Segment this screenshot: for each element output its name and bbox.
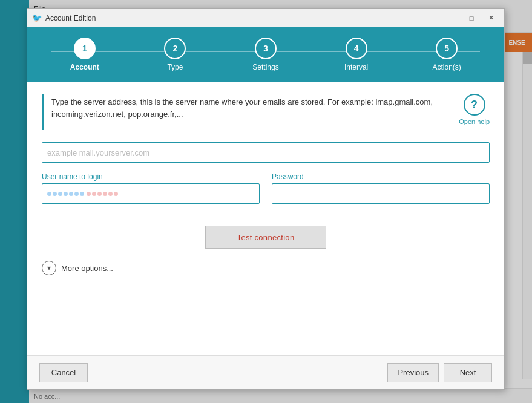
dot — [103, 192, 107, 196]
titlebar-controls: — □ ✕ — [444, 12, 499, 24]
info-bar — [42, 94, 44, 130]
step-label-5: Action(s) — [433, 63, 461, 71]
step-circle-1: 1 — [74, 38, 96, 59]
dot — [92, 192, 96, 196]
step-label-4: Interval — [344, 63, 368, 71]
credentials-row: User name to login — [42, 172, 490, 214]
dialog-title: Account Edition — [45, 14, 444, 22]
dialog-footer: Cancel Previous Next — [27, 355, 504, 389]
help-label: Open help — [459, 118, 490, 125]
username-label: User name to login — [42, 172, 260, 181]
cancel-button[interactable]: Cancel — [39, 363, 88, 382]
dot — [74, 192, 79, 196]
previous-button[interactable]: Previous — [387, 363, 439, 382]
server-address-input[interactable] — [42, 142, 490, 163]
dot — [58, 192, 62, 196]
step-circle-5: 5 — [436, 38, 458, 59]
footer-right: Previous Next — [387, 363, 492, 382]
info-box: Type the server address, this is the ser… — [42, 94, 490, 130]
step-label-3: Settings — [252, 63, 278, 71]
more-options-toggle[interactable]: ▾ More options... — [42, 261, 490, 275]
username-field: User name to login — [42, 172, 260, 204]
wizard-step-3: 3 Settings — [220, 38, 311, 71]
test-connection-button[interactable]: Test connection — [205, 226, 326, 249]
wizard-header: 1 Account 2 Type 3 Settings 4 Interval 5… — [27, 27, 504, 82]
wizard-step-5: 5 Action(s) — [401, 38, 492, 71]
more-options-label: More options... — [61, 264, 113, 273]
step-label-1: Account — [70, 63, 99, 71]
step-circle-4: 4 — [346, 38, 367, 59]
open-help-button[interactable]: ? Open help — [459, 94, 490, 125]
wizard-step-2: 2 Type — [130, 38, 221, 71]
chevron-down-icon: ▾ — [42, 261, 56, 275]
dot — [97, 192, 102, 196]
dialog-titlebar: 🐦 Account Edition — □ ✕ — [27, 9, 504, 27]
maximize-button[interactable]: □ — [463, 12, 480, 24]
dot — [69, 192, 73, 196]
username-mock-value — [42, 192, 123, 196]
wizard-step-4: 4 Interval — [311, 38, 402, 71]
username-dots-blue — [47, 192, 84, 196]
step-label-2: Type — [167, 63, 183, 71]
dot — [87, 192, 91, 196]
server-address-field — [42, 142, 490, 163]
password-label: Password — [272, 172, 490, 181]
test-connection-wrapper: Test connection — [42, 226, 490, 249]
username-dots-pink — [87, 192, 118, 196]
next-button[interactable]: Next — [444, 363, 492, 382]
dot — [108, 192, 113, 196]
footer-left: Cancel — [39, 363, 88, 382]
minimize-button[interactable]: — — [444, 12, 461, 24]
dot — [80, 192, 84, 196]
dot — [47, 192, 51, 196]
password-input[interactable] — [272, 183, 490, 204]
info-text: Type the server address, this is the ser… — [51, 94, 449, 122]
password-field: Password — [272, 172, 490, 204]
close-button[interactable]: ✕ — [482, 12, 499, 24]
step-circle-3: 3 — [255, 38, 277, 59]
wizard-steps: 1 Account 2 Type 3 Settings 4 Interval 5… — [39, 38, 492, 71]
dialog-icon: 🐦 — [32, 13, 42, 23]
account-edition-dialog: 🐦 Account Edition — □ ✕ 1 Account 2 Type… — [27, 8, 505, 390]
help-icon: ? — [464, 94, 485, 116]
dialog-body: Type the server address, this is the ser… — [27, 82, 504, 355]
wizard-step-1: 1 Account — [39, 38, 130, 71]
step-circle-2: 2 — [164, 38, 186, 59]
dot — [64, 192, 68, 196]
dot — [53, 192, 57, 196]
dot — [114, 192, 118, 196]
